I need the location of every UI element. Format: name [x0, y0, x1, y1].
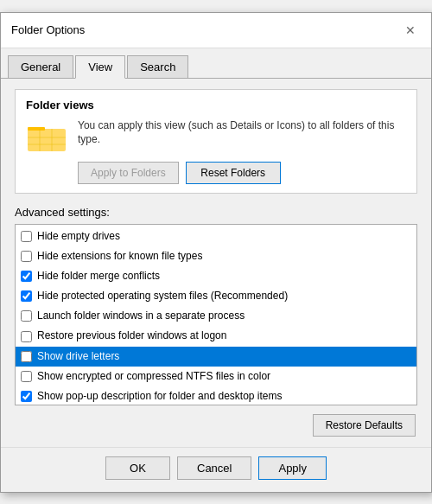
settings-item-show-popup[interactable]: Show pop-up description for folder and d… [16, 386, 416, 405]
folder-views-buttons: Apply to Folders Reset Folders [26, 162, 406, 184]
settings-item-show-drive-letters[interactable]: Show drive letters [16, 347, 416, 367]
settings-item-label: Show encrypted or compressed NTFS files … [37, 368, 270, 385]
folder-views-label: Folder views [26, 99, 406, 112]
settings-item-label: Show pop-up description for folder and d… [37, 388, 283, 405]
dialog-footer: OK Cancel Apply [1, 447, 431, 492]
tabs-container: General View Search [1, 48, 431, 79]
checkbox-show-popup[interactable] [21, 391, 32, 402]
settings-list: Hide empty drivesHide extensions for kno… [16, 225, 416, 405]
checkbox-launch-folder-windows[interactable] [21, 310, 32, 322]
settings-item-label: Hide folder merge conflicts [37, 268, 160, 284]
bottom-section: Restore Defaults [15, 414, 417, 437]
advanced-settings-label: Advanced settings: [15, 206, 417, 219]
settings-item-label: Hide protected operating system files (R… [37, 288, 288, 304]
folder-options-dialog: Folder Options ✕ General View Search Fol… [0, 12, 432, 493]
close-button[interactable]: ✕ [400, 20, 421, 41]
settings-item-label: Launch folder windows in a separate proc… [37, 308, 245, 324]
settings-item-hide-protected-os[interactable]: Hide protected operating system files (R… [16, 286, 416, 306]
folder-views-inner: You can apply this view (such as Details… [26, 118, 406, 153]
checkbox-hide-extensions[interactable] [21, 251, 32, 262]
svg-rect-1 [28, 127, 45, 131]
settings-item-hide-empty-drives[interactable]: Hide empty drives [16, 226, 416, 246]
ok-button[interactable]: OK [105, 456, 170, 480]
folder-icon [26, 118, 67, 153]
cancel-button[interactable]: Cancel [177, 456, 251, 480]
checkbox-hide-folder-merge[interactable] [21, 271, 32, 282]
apply-button[interactable]: Apply [258, 456, 327, 480]
folder-views-description: You can apply this view (such as Details… [78, 118, 406, 148]
restore-defaults-button[interactable]: Restore Defaults [313, 414, 416, 437]
settings-item-label: Hide extensions for known file types [37, 248, 202, 265]
svg-rect-0 [28, 129, 66, 151]
settings-item-label: Show drive letters [37, 348, 119, 365]
settings-list-container[interactable]: Hide empty drivesHide extensions for kno… [15, 224, 417, 405]
settings-item-show-encrypted[interactable]: Show encrypted or compressed NTFS files … [16, 367, 416, 386]
settings-item-launch-folder-windows[interactable]: Launch folder windows in a separate proc… [16, 306, 416, 326]
reset-folders-button[interactable]: Reset Folders [186, 162, 281, 184]
tab-view[interactable]: View [75, 55, 125, 79]
title-bar: Folder Options ✕ [1, 13, 431, 48]
checkbox-hide-empty-drives[interactable] [21, 231, 32, 242]
folder-views-section: Folder views You can apply this [15, 89, 417, 194]
settings-item-restore-previous[interactable]: Restore previous folder windows at logon [16, 326, 416, 346]
settings-item-label: Hide empty drives [37, 228, 120, 245]
settings-item-hide-extensions[interactable]: Hide extensions for known file types [16, 246, 416, 266]
checkbox-show-encrypted[interactable] [21, 371, 32, 382]
tab-content: Folder views You can apply this [1, 79, 431, 447]
settings-item-label: Restore previous folder windows at logon [37, 328, 226, 344]
tab-general[interactable]: General [8, 55, 73, 78]
dialog-title: Folder Options [11, 23, 85, 36]
settings-item-hide-folder-merge[interactable]: Hide folder merge conflicts [16, 266, 416, 286]
checkbox-show-drive-letters[interactable] [21, 351, 32, 362]
checkbox-restore-previous[interactable] [21, 331, 32, 342]
checkbox-hide-protected-os[interactable] [21, 290, 32, 302]
tab-search[interactable]: Search [127, 55, 188, 78]
apply-to-folders-button[interactable]: Apply to Folders [78, 162, 179, 184]
